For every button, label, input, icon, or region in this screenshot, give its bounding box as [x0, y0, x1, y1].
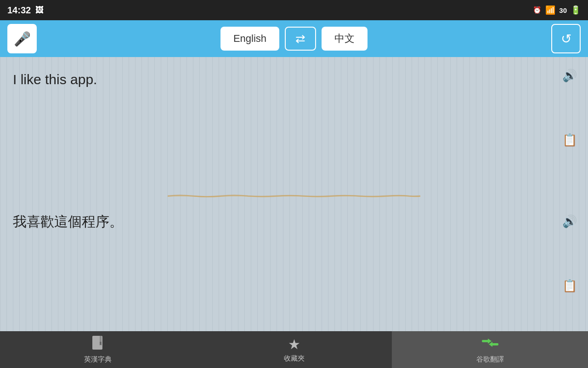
status-image-icon: 🖼 [35, 6, 44, 15]
refresh-icon: ↺ [561, 31, 571, 46]
google-translate-label: 谷歌翻譯 [476, 355, 504, 364]
divider [0, 189, 588, 203]
translated-copy-icon: 📋 [562, 279, 577, 293]
translated-speaker-icon: 🔊 [562, 214, 577, 229]
status-right: ⏰ 📶 30 🔋 [533, 5, 581, 15]
status-time: 14:32 [7, 5, 31, 16]
swap-languages-button[interactable]: ⇄ [285, 27, 316, 51]
source-text: I like this app. [13, 70, 556, 89]
target-language-label: 中文 [334, 33, 355, 44]
translated-text: 我喜歡這個程序。 [13, 212, 556, 231]
battery-number: 30 [559, 6, 567, 14]
source-speaker-button[interactable]: 🔊 [560, 66, 579, 85]
dictionary-icon [91, 335, 104, 353]
alarm-icon: ⏰ [533, 6, 542, 14]
source-panel: I like this app. 🔊 📋 [0, 57, 588, 189]
dictionary-label: 英漢字典 [84, 355, 112, 364]
translated-copy-button[interactable]: 📋 [560, 276, 579, 295]
toolbar: 🎤 English ⇄ 中文 ↺ [0, 20, 588, 57]
main-content: I like this app. 🔊 📋 我喜歡這個程序。 🔊 📋 [0, 57, 588, 331]
refresh-button[interactable]: ↺ [551, 24, 581, 53]
status-bar: 14:32 🖼 ⏰ 📶 30 🔋 [0, 0, 588, 20]
source-speaker-icon: 🔊 [562, 69, 577, 83]
swap-icon: ⇄ [295, 32, 305, 46]
nav-item-dictionary[interactable]: 英漢字典 [0, 331, 196, 368]
nav-item-favorites[interactable]: ★ 收藏夾 [196, 331, 392, 368]
source-copy-button[interactable]: 📋 [560, 131, 579, 149]
nav-item-google-translate[interactable]: 谷歌翻譯 [392, 331, 588, 368]
mic-icon: 🎤 [14, 31, 31, 47]
target-language-button[interactable]: 中文 [322, 27, 368, 51]
favorites-icon: ★ [288, 336, 300, 352]
translated-speaker-button[interactable]: 🔊 [560, 212, 579, 230]
translated-panel: 我喜歡這個程序。 🔊 📋 [0, 203, 588, 331]
source-language-label: English [233, 33, 266, 44]
source-panel-icons: 🔊 📋 [560, 66, 579, 149]
status-left: 14:32 🖼 [7, 5, 44, 16]
signal-icon: 📶 [545, 5, 555, 15]
source-language-button[interactable]: English [220, 27, 279, 51]
mic-button[interactable]: 🎤 [7, 24, 37, 53]
battery-icon: 🔋 [571, 5, 581, 15]
google-translate-icon [481, 335, 499, 353]
favorites-label: 收藏夾 [284, 354, 305, 363]
source-copy-icon: 📋 [562, 133, 577, 147]
bottom-nav: 英漢字典 ★ 收藏夾 谷歌翻譯 [0, 331, 588, 368]
translated-panel-icons: 🔊 📋 [560, 212, 579, 295]
